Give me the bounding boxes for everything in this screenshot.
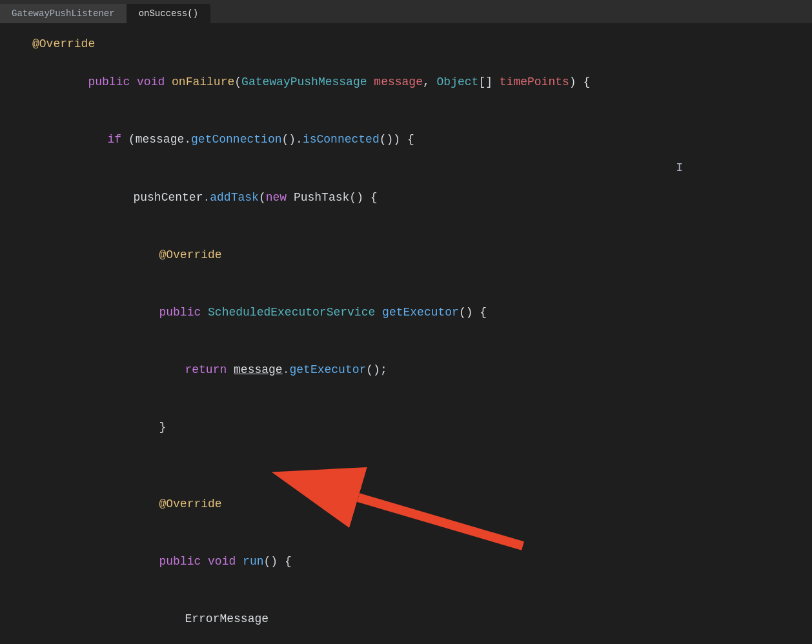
- code-line: public ScheduledExecutorService getExecu…: [26, 284, 812, 341]
- code-line: pushCenter.addTask(new PushTask() {: [26, 169, 812, 226]
- code-line: @Override: [26, 476, 812, 533]
- code-line: @Override: [26, 35, 812, 54]
- editor-container: GatewayPushListener onSuccess() @Overrid…: [0, 0, 812, 644]
- tab-on-success[interactable]: onSuccess(): [127, 4, 210, 23]
- tab-bar: GatewayPushListener onSuccess(): [0, 0, 812, 23]
- text-cursor: I: [676, 159, 683, 178]
- code-line: [26, 456, 812, 476]
- code-line: ErrorMessage: [26, 590, 812, 644]
- code-line: }: [26, 399, 812, 456]
- tab-gateway-push-listener[interactable]: GatewayPushListener: [0, 4, 127, 23]
- code-line: public void run() {: [26, 533, 812, 590]
- code-line: public void onFailure(GatewayPushMessage…: [26, 54, 812, 112]
- code-line: return message.getExecutor();: [26, 341, 812, 399]
- code-area: @Override public void onFailure(GatewayP…: [0, 23, 812, 644]
- code-line: @Override: [26, 226, 812, 284]
- code-line: if (message.getConnection().isConnected(…: [26, 112, 812, 169]
